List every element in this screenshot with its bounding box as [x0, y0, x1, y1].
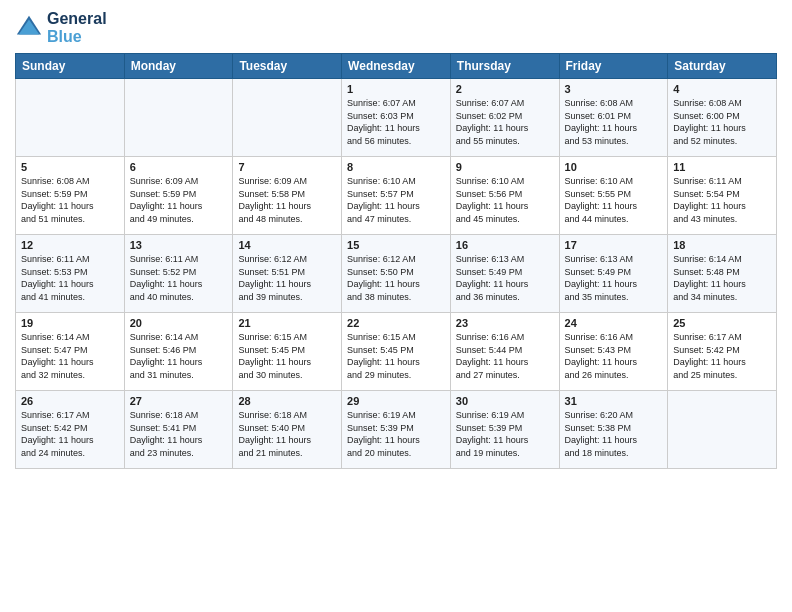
cell-details: Sunrise: 6:14 AM Sunset: 5:48 PM Dayligh… — [673, 253, 771, 303]
calendar-cell: 14Sunrise: 6:12 AM Sunset: 5:51 PM Dayli… — [233, 235, 342, 313]
day-number: 9 — [456, 161, 554, 173]
calendar-cell: 18Sunrise: 6:14 AM Sunset: 5:48 PM Dayli… — [668, 235, 777, 313]
day-number: 31 — [565, 395, 663, 407]
cell-details: Sunrise: 6:09 AM Sunset: 5:59 PM Dayligh… — [130, 175, 228, 225]
cell-details: Sunrise: 6:19 AM Sunset: 5:39 PM Dayligh… — [347, 409, 445, 459]
calendar-cell: 10Sunrise: 6:10 AM Sunset: 5:55 PM Dayli… — [559, 157, 668, 235]
day-number: 12 — [21, 239, 119, 251]
cell-details: Sunrise: 6:07 AM Sunset: 6:02 PM Dayligh… — [456, 97, 554, 147]
cell-details: Sunrise: 6:10 AM Sunset: 5:55 PM Dayligh… — [565, 175, 663, 225]
calendar-cell: 25Sunrise: 6:17 AM Sunset: 5:42 PM Dayli… — [668, 313, 777, 391]
day-number: 22 — [347, 317, 445, 329]
day-number: 23 — [456, 317, 554, 329]
day-number: 8 — [347, 161, 445, 173]
day-number: 27 — [130, 395, 228, 407]
calendar-week-5: 26Sunrise: 6:17 AM Sunset: 5:42 PM Dayli… — [16, 391, 777, 469]
calendar-cell — [668, 391, 777, 469]
day-number: 13 — [130, 239, 228, 251]
calendar-body: 1Sunrise: 6:07 AM Sunset: 6:03 PM Daylig… — [16, 79, 777, 469]
calendar-cell — [124, 79, 233, 157]
cell-details: Sunrise: 6:14 AM Sunset: 5:46 PM Dayligh… — [130, 331, 228, 381]
calendar-week-2: 5Sunrise: 6:08 AM Sunset: 5:59 PM Daylig… — [16, 157, 777, 235]
calendar-cell: 7Sunrise: 6:09 AM Sunset: 5:58 PM Daylig… — [233, 157, 342, 235]
cell-details: Sunrise: 6:15 AM Sunset: 5:45 PM Dayligh… — [347, 331, 445, 381]
calendar-cell: 2Sunrise: 6:07 AM Sunset: 6:02 PM Daylig… — [450, 79, 559, 157]
calendar-cell: 21Sunrise: 6:15 AM Sunset: 5:45 PM Dayli… — [233, 313, 342, 391]
cell-details: Sunrise: 6:11 AM Sunset: 5:53 PM Dayligh… — [21, 253, 119, 303]
day-number: 24 — [565, 317, 663, 329]
calendar-cell: 3Sunrise: 6:08 AM Sunset: 6:01 PM Daylig… — [559, 79, 668, 157]
day-header-thursday: Thursday — [450, 54, 559, 79]
calendar-cell: 22Sunrise: 6:15 AM Sunset: 5:45 PM Dayli… — [342, 313, 451, 391]
day-number: 16 — [456, 239, 554, 251]
cell-details: Sunrise: 6:17 AM Sunset: 5:42 PM Dayligh… — [673, 331, 771, 381]
day-number: 28 — [238, 395, 336, 407]
cell-details: Sunrise: 6:13 AM Sunset: 5:49 PM Dayligh… — [456, 253, 554, 303]
calendar-cell: 27Sunrise: 6:18 AM Sunset: 5:41 PM Dayli… — [124, 391, 233, 469]
calendar-cell: 16Sunrise: 6:13 AM Sunset: 5:49 PM Dayli… — [450, 235, 559, 313]
calendar-cell: 29Sunrise: 6:19 AM Sunset: 5:39 PM Dayli… — [342, 391, 451, 469]
header: General Blue — [15, 10, 777, 45]
calendar-cell: 13Sunrise: 6:11 AM Sunset: 5:52 PM Dayli… — [124, 235, 233, 313]
calendar-header-row: SundayMondayTuesdayWednesdayThursdayFrid… — [16, 54, 777, 79]
cell-details: Sunrise: 6:19 AM Sunset: 5:39 PM Dayligh… — [456, 409, 554, 459]
cell-details: Sunrise: 6:11 AM Sunset: 5:52 PM Dayligh… — [130, 253, 228, 303]
day-number: 4 — [673, 83, 771, 95]
calendar-week-4: 19Sunrise: 6:14 AM Sunset: 5:47 PM Dayli… — [16, 313, 777, 391]
day-number: 10 — [565, 161, 663, 173]
cell-details: Sunrise: 6:08 AM Sunset: 5:59 PM Dayligh… — [21, 175, 119, 225]
calendar-cell — [16, 79, 125, 157]
cell-details: Sunrise: 6:16 AM Sunset: 5:43 PM Dayligh… — [565, 331, 663, 381]
day-header-saturday: Saturday — [668, 54, 777, 79]
page-container: General Blue SundayMondayTuesdayWednesda… — [0, 0, 792, 474]
calendar-cell: 20Sunrise: 6:14 AM Sunset: 5:46 PM Dayli… — [124, 313, 233, 391]
logo-icon — [15, 14, 43, 42]
day-number: 26 — [21, 395, 119, 407]
calendar-week-3: 12Sunrise: 6:11 AM Sunset: 5:53 PM Dayli… — [16, 235, 777, 313]
calendar-cell: 5Sunrise: 6:08 AM Sunset: 5:59 PM Daylig… — [16, 157, 125, 235]
day-header-wednesday: Wednesday — [342, 54, 451, 79]
calendar-cell: 15Sunrise: 6:12 AM Sunset: 5:50 PM Dayli… — [342, 235, 451, 313]
cell-details: Sunrise: 6:18 AM Sunset: 5:40 PM Dayligh… — [238, 409, 336, 459]
day-header-tuesday: Tuesday — [233, 54, 342, 79]
day-number: 1 — [347, 83, 445, 95]
day-number: 18 — [673, 239, 771, 251]
cell-details: Sunrise: 6:08 AM Sunset: 6:01 PM Dayligh… — [565, 97, 663, 147]
day-number: 7 — [238, 161, 336, 173]
calendar-cell: 4Sunrise: 6:08 AM Sunset: 6:00 PM Daylig… — [668, 79, 777, 157]
day-number: 20 — [130, 317, 228, 329]
cell-details: Sunrise: 6:10 AM Sunset: 5:56 PM Dayligh… — [456, 175, 554, 225]
calendar-week-1: 1Sunrise: 6:07 AM Sunset: 6:03 PM Daylig… — [16, 79, 777, 157]
day-number: 6 — [130, 161, 228, 173]
calendar-cell: 19Sunrise: 6:14 AM Sunset: 5:47 PM Dayli… — [16, 313, 125, 391]
calendar-cell: 26Sunrise: 6:17 AM Sunset: 5:42 PM Dayli… — [16, 391, 125, 469]
day-header-sunday: Sunday — [16, 54, 125, 79]
cell-details: Sunrise: 6:17 AM Sunset: 5:42 PM Dayligh… — [21, 409, 119, 459]
logo: General Blue — [15, 10, 107, 45]
cell-details: Sunrise: 6:15 AM Sunset: 5:45 PM Dayligh… — [238, 331, 336, 381]
calendar-cell: 24Sunrise: 6:16 AM Sunset: 5:43 PM Dayli… — [559, 313, 668, 391]
cell-details: Sunrise: 6:09 AM Sunset: 5:58 PM Dayligh… — [238, 175, 336, 225]
calendar-cell — [233, 79, 342, 157]
cell-details: Sunrise: 6:10 AM Sunset: 5:57 PM Dayligh… — [347, 175, 445, 225]
day-number: 3 — [565, 83, 663, 95]
calendar-cell: 30Sunrise: 6:19 AM Sunset: 5:39 PM Dayli… — [450, 391, 559, 469]
calendar-cell: 9Sunrise: 6:10 AM Sunset: 5:56 PM Daylig… — [450, 157, 559, 235]
day-number: 30 — [456, 395, 554, 407]
day-number: 14 — [238, 239, 336, 251]
calendar-cell: 6Sunrise: 6:09 AM Sunset: 5:59 PM Daylig… — [124, 157, 233, 235]
calendar-cell: 28Sunrise: 6:18 AM Sunset: 5:40 PM Dayli… — [233, 391, 342, 469]
calendar-cell: 31Sunrise: 6:20 AM Sunset: 5:38 PM Dayli… — [559, 391, 668, 469]
day-number: 21 — [238, 317, 336, 329]
day-number: 17 — [565, 239, 663, 251]
day-number: 5 — [21, 161, 119, 173]
cell-details: Sunrise: 6:16 AM Sunset: 5:44 PM Dayligh… — [456, 331, 554, 381]
logo-text: General Blue — [47, 10, 107, 45]
calendar-cell: 12Sunrise: 6:11 AM Sunset: 5:53 PM Dayli… — [16, 235, 125, 313]
day-number: 29 — [347, 395, 445, 407]
day-number: 15 — [347, 239, 445, 251]
day-number: 19 — [21, 317, 119, 329]
day-number: 11 — [673, 161, 771, 173]
calendar-cell: 1Sunrise: 6:07 AM Sunset: 6:03 PM Daylig… — [342, 79, 451, 157]
cell-details: Sunrise: 6:20 AM Sunset: 5:38 PM Dayligh… — [565, 409, 663, 459]
